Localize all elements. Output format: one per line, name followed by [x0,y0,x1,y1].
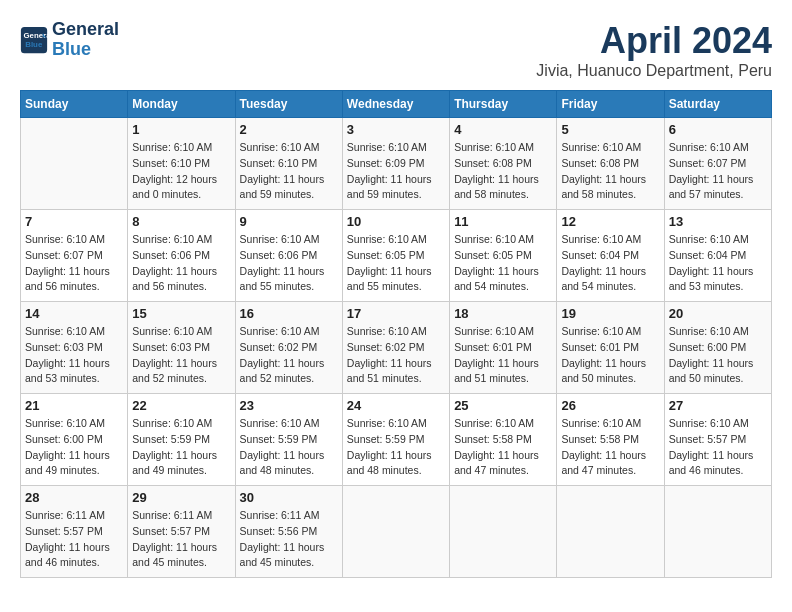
weekday-header-friday: Friday [557,91,664,118]
day-info: Sunrise: 6:10 AMSunset: 6:02 PMDaylight:… [240,324,338,387]
weekday-header-tuesday: Tuesday [235,91,342,118]
day-number: 27 [669,398,767,413]
week-row-2: 7Sunrise: 6:10 AMSunset: 6:07 PMDaylight… [21,210,772,302]
day-number: 22 [132,398,230,413]
weekday-header-row: SundayMondayTuesdayWednesdayThursdayFrid… [21,91,772,118]
day-info: Sunrise: 6:10 AMSunset: 6:02 PMDaylight:… [347,324,445,387]
day-cell: 28Sunrise: 6:11 AMSunset: 5:57 PMDayligh… [21,486,128,578]
weekday-header-wednesday: Wednesday [342,91,449,118]
page-header: General Blue General Blue April 2024 Jiv… [20,20,772,80]
day-info: Sunrise: 6:10 AMSunset: 6:00 PMDaylight:… [669,324,767,387]
day-info: Sunrise: 6:11 AMSunset: 5:57 PMDaylight:… [25,508,123,571]
day-info: Sunrise: 6:10 AMSunset: 6:07 PMDaylight:… [669,140,767,203]
day-info: Sunrise: 6:10 AMSunset: 6:05 PMDaylight:… [347,232,445,295]
day-info: Sunrise: 6:10 AMSunset: 6:03 PMDaylight:… [132,324,230,387]
day-info: Sunrise: 6:10 AMSunset: 6:04 PMDaylight:… [669,232,767,295]
day-number: 1 [132,122,230,137]
day-number: 8 [132,214,230,229]
day-cell: 30Sunrise: 6:11 AMSunset: 5:56 PMDayligh… [235,486,342,578]
day-cell: 25Sunrise: 6:10 AMSunset: 5:58 PMDayligh… [450,394,557,486]
day-number: 21 [25,398,123,413]
logo-icon: General Blue [20,26,48,54]
day-number: 25 [454,398,552,413]
day-info: Sunrise: 6:10 AMSunset: 6:10 PMDaylight:… [132,140,230,203]
day-number: 15 [132,306,230,321]
logo-text: General Blue [52,20,119,60]
day-info: Sunrise: 6:10 AMSunset: 6:05 PMDaylight:… [454,232,552,295]
day-info: Sunrise: 6:10 AMSunset: 5:59 PMDaylight:… [347,416,445,479]
day-number: 11 [454,214,552,229]
day-info: Sunrise: 6:10 AMSunset: 5:57 PMDaylight:… [669,416,767,479]
day-number: 13 [669,214,767,229]
day-info: Sunrise: 6:10 AMSunset: 6:03 PMDaylight:… [25,324,123,387]
weekday-header-saturday: Saturday [664,91,771,118]
week-row-1: 1Sunrise: 6:10 AMSunset: 6:10 PMDaylight… [21,118,772,210]
day-number: 26 [561,398,659,413]
day-number: 9 [240,214,338,229]
day-cell [664,486,771,578]
day-cell: 18Sunrise: 6:10 AMSunset: 6:01 PMDayligh… [450,302,557,394]
day-info: Sunrise: 6:10 AMSunset: 5:59 PMDaylight:… [132,416,230,479]
day-info: Sunrise: 6:10 AMSunset: 6:01 PMDaylight:… [454,324,552,387]
day-number: 28 [25,490,123,505]
day-cell: 27Sunrise: 6:10 AMSunset: 5:57 PMDayligh… [664,394,771,486]
day-cell: 14Sunrise: 6:10 AMSunset: 6:03 PMDayligh… [21,302,128,394]
day-cell: 3Sunrise: 6:10 AMSunset: 6:09 PMDaylight… [342,118,449,210]
week-row-4: 21Sunrise: 6:10 AMSunset: 6:00 PMDayligh… [21,394,772,486]
day-info: Sunrise: 6:10 AMSunset: 6:10 PMDaylight:… [240,140,338,203]
day-cell [450,486,557,578]
day-number: 30 [240,490,338,505]
day-cell: 1Sunrise: 6:10 AMSunset: 6:10 PMDaylight… [128,118,235,210]
day-cell: 16Sunrise: 6:10 AMSunset: 6:02 PMDayligh… [235,302,342,394]
day-number: 5 [561,122,659,137]
day-cell: 8Sunrise: 6:10 AMSunset: 6:06 PMDaylight… [128,210,235,302]
day-info: Sunrise: 6:11 AMSunset: 5:57 PMDaylight:… [132,508,230,571]
day-number: 23 [240,398,338,413]
day-cell: 15Sunrise: 6:10 AMSunset: 6:03 PMDayligh… [128,302,235,394]
day-cell: 4Sunrise: 6:10 AMSunset: 6:08 PMDaylight… [450,118,557,210]
day-cell: 21Sunrise: 6:10 AMSunset: 6:00 PMDayligh… [21,394,128,486]
day-cell: 10Sunrise: 6:10 AMSunset: 6:05 PMDayligh… [342,210,449,302]
weekday-header-monday: Monday [128,91,235,118]
day-cell: 23Sunrise: 6:10 AMSunset: 5:59 PMDayligh… [235,394,342,486]
day-number: 17 [347,306,445,321]
day-info: Sunrise: 6:10 AMSunset: 5:58 PMDaylight:… [561,416,659,479]
day-number: 3 [347,122,445,137]
day-info: Sunrise: 6:10 AMSunset: 5:59 PMDaylight:… [240,416,338,479]
day-info: Sunrise: 6:10 AMSunset: 6:06 PMDaylight:… [240,232,338,295]
day-number: 20 [669,306,767,321]
day-info: Sunrise: 6:10 AMSunset: 6:08 PMDaylight:… [561,140,659,203]
day-cell: 22Sunrise: 6:10 AMSunset: 5:59 PMDayligh… [128,394,235,486]
day-cell: 6Sunrise: 6:10 AMSunset: 6:07 PMDaylight… [664,118,771,210]
day-info: Sunrise: 6:10 AMSunset: 6:09 PMDaylight:… [347,140,445,203]
day-info: Sunrise: 6:10 AMSunset: 6:07 PMDaylight:… [25,232,123,295]
day-cell: 17Sunrise: 6:10 AMSunset: 6:02 PMDayligh… [342,302,449,394]
day-cell: 13Sunrise: 6:10 AMSunset: 6:04 PMDayligh… [664,210,771,302]
day-number: 24 [347,398,445,413]
day-cell: 12Sunrise: 6:10 AMSunset: 6:04 PMDayligh… [557,210,664,302]
title-block: April 2024 Jivia, Huanuco Department, Pe… [536,20,772,80]
day-cell: 9Sunrise: 6:10 AMSunset: 6:06 PMDaylight… [235,210,342,302]
day-number: 14 [25,306,123,321]
day-number: 18 [454,306,552,321]
svg-text:Blue: Blue [25,40,43,49]
day-info: Sunrise: 6:11 AMSunset: 5:56 PMDaylight:… [240,508,338,571]
day-number: 4 [454,122,552,137]
day-number: 10 [347,214,445,229]
day-number: 6 [669,122,767,137]
day-number: 2 [240,122,338,137]
day-info: Sunrise: 6:10 AMSunset: 6:08 PMDaylight:… [454,140,552,203]
day-cell [342,486,449,578]
day-cell: 26Sunrise: 6:10 AMSunset: 5:58 PMDayligh… [557,394,664,486]
day-cell: 2Sunrise: 6:10 AMSunset: 6:10 PMDaylight… [235,118,342,210]
day-cell: 19Sunrise: 6:10 AMSunset: 6:01 PMDayligh… [557,302,664,394]
day-cell: 29Sunrise: 6:11 AMSunset: 5:57 PMDayligh… [128,486,235,578]
day-number: 12 [561,214,659,229]
day-info: Sunrise: 6:10 AMSunset: 5:58 PMDaylight:… [454,416,552,479]
calendar-subtitle: Jivia, Huanuco Department, Peru [536,62,772,80]
day-info: Sunrise: 6:10 AMSunset: 6:06 PMDaylight:… [132,232,230,295]
day-cell [557,486,664,578]
day-info: Sunrise: 6:10 AMSunset: 6:01 PMDaylight:… [561,324,659,387]
weekday-header-thursday: Thursday [450,91,557,118]
day-cell: 7Sunrise: 6:10 AMSunset: 6:07 PMDaylight… [21,210,128,302]
